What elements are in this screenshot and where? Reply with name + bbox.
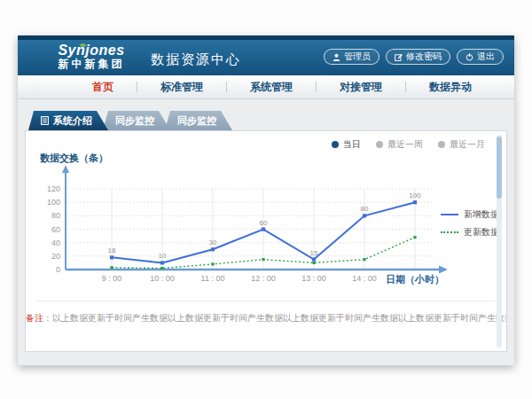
legend-item-0[interactable]: 新增数据 (441, 206, 499, 223)
nav-item-4[interactable]: 数据异动 (406, 80, 495, 95)
svg-text:10 : 00: 10 : 00 (150, 274, 175, 283)
note-divider (36, 301, 496, 301)
svg-text:15: 15 (310, 249, 318, 257)
brand-name-cn: 新中新集团 (43, 58, 140, 71)
tab-label: 系统介绍 (53, 114, 92, 128)
svg-text:100: 100 (409, 192, 421, 200)
tab-bar: 系统介绍同步监控同步监控 (28, 111, 227, 130)
footnote: 备注：以上数据更新于时间产生数据以上数据更新于时间产生数据以上数据更新于时间产生… (26, 312, 506, 325)
legend-label: 更新数据 (464, 226, 499, 239)
svg-text:120: 120 (47, 184, 60, 193)
nav-item-2[interactable]: 系统管理 (227, 80, 316, 95)
user-button-label: 修改密码 (406, 51, 442, 63)
svg-text:11 : 00: 11 : 00 (201, 274, 225, 283)
svg-text:14 : 00: 14 : 00 (352, 274, 377, 283)
x-axis-title: 日期（小时） (386, 274, 444, 286)
chart-panel: 当日最近一周最近一月 2040608010012009 : 0010 : 001… (25, 130, 507, 352)
user-button-label: 管理员 (344, 51, 371, 63)
svg-text:60: 60 (51, 225, 60, 234)
svg-text:100: 100 (47, 198, 60, 207)
tab-label: 同步监控 (177, 114, 216, 128)
power-icon (466, 53, 473, 61)
radio-dot-icon (438, 141, 445, 148)
scrollbar-thumb[interactable] (497, 137, 502, 199)
legend-line-sample (441, 231, 458, 233)
tab-2[interactable]: 同步监控 (165, 111, 232, 130)
nav-item-1[interactable]: 标准管理 (137, 80, 226, 95)
chart-legend: 新增数据更新数据 (441, 206, 499, 241)
app-header: Synjones 新中新集团 数据资源中心 管理员修改密码退出 (18, 40, 514, 75)
brand-name-en: Synjones (43, 43, 140, 58)
panel-scrollbar[interactable] (497, 135, 502, 348)
svg-text:80: 80 (361, 205, 369, 213)
svg-text:40: 40 (51, 239, 60, 247)
legend-line-sample (441, 214, 458, 215)
content-area: 系统介绍同步监控同步监控 当日最近一周最近一月 2040608010012009… (18, 99, 514, 365)
footnote-prefix: 备注 (26, 313, 43, 323)
svg-text:13 : 00: 13 : 00 (301, 274, 326, 283)
svg-text:20: 20 (51, 252, 60, 261)
page-background: Synjones 新中新集团 数据资源中心 管理员修改密码退出 首页标准管理系统… (0, 0, 532, 399)
svg-text:18: 18 (108, 246, 116, 254)
nav-item-0[interactable]: 首页 (69, 80, 137, 95)
user-button-power[interactable]: 退出 (457, 49, 504, 65)
svg-text:9 : 00: 9 : 00 (102, 274, 122, 283)
radio-dot-icon (376, 141, 383, 148)
user-icon (332, 53, 340, 61)
nav-item-3[interactable]: 对接管理 (317, 80, 405, 95)
tab-0[interactable]: 系统介绍 (28, 111, 108, 130)
svg-text:30: 30 (209, 239, 217, 246)
y-axis-title: 数据交换（条） (39, 153, 108, 164)
tab-1[interactable]: 同步监控 (103, 111, 170, 130)
page-title: 数据资源中心 (151, 51, 241, 68)
radio-dot-icon (332, 141, 339, 148)
footnote-text: ：以上数据更新于时间产生数据以上数据更新于时间产生数据以上数据更新于时间产生数据… (43, 313, 506, 323)
svg-text:0: 0 (56, 265, 60, 274)
edit-icon (395, 53, 403, 61)
legend-label: 新增数据 (464, 208, 499, 221)
svg-text:10: 10 (159, 252, 167, 260)
document-icon (41, 116, 49, 125)
svg-text:12 : 00: 12 : 00 (251, 274, 276, 283)
svg-text:80: 80 (51, 211, 60, 220)
tab-label: 同步监控 (115, 114, 154, 128)
user-button-edit[interactable]: 修改密码 (386, 49, 450, 65)
legend-item-1[interactable]: 更新数据 (441, 223, 499, 241)
brand-logo: Synjones 新中新集团 (43, 43, 140, 71)
user-button-label: 退出 (477, 51, 495, 63)
line-chart: 2040608010012009 : 0010 : 0011 : 0012 : … (26, 149, 508, 291)
main-nav: 首页标准管理系统管理对接管理数据异动 (18, 75, 514, 99)
user-button-user[interactable]: 管理员 (324, 49, 379, 65)
app-window: Synjones 新中新集团 数据资源中心 管理员修改密码退出 首页标准管理系统… (18, 35, 514, 365)
svg-text:60: 60 (260, 219, 268, 227)
user-actions: 管理员修改密码退出 (324, 49, 504, 65)
